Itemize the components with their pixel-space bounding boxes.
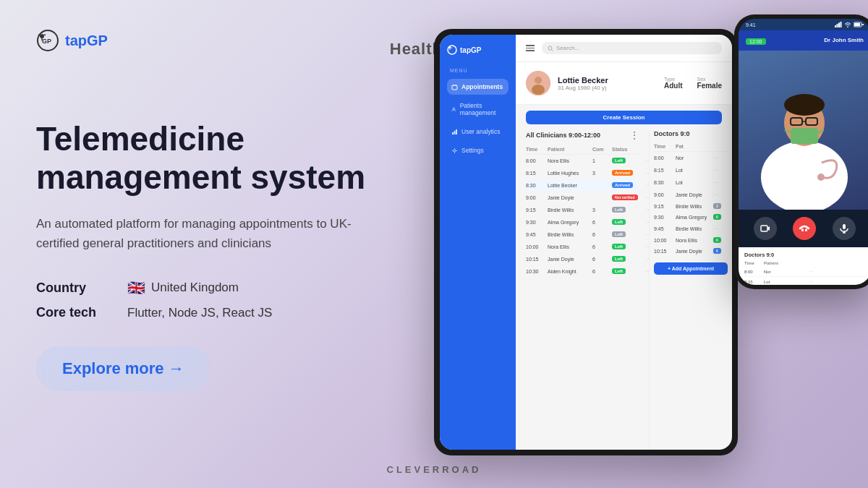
doctors-row: 9:30Alma Gregory6 [654,212,728,223]
right-panel: tapGP MENU Appointments Patients managem… [420,0,868,488]
patient-dob: 31 Aug 1980 (40 y) [558,85,657,91]
svg-rect-17 [452,132,454,134]
svg-rect-39 [791,128,818,144]
phone-screen: 9:41 12:00 Dr John Smith [739,19,868,285]
appointments-icon [451,84,458,90]
patient-meta: Type Adult Sex Female [664,77,722,90]
table-row: 8:15Lottie Hughes3Arrived··· [526,167,639,179]
page-wrapper: GP tapGP Telemedicine management system … [0,0,868,488]
menu-label: MENU [447,68,509,73]
doctor-illustration [739,51,868,210]
wifi-icon [844,22,851,27]
svg-point-20 [454,150,456,152]
app-sidebar: tapGP MENU Appointments Patients managem… [440,35,516,450]
app-logo-icon [447,45,457,55]
add-appointment-button[interactable]: + Add Appointment [654,262,728,275]
doctors-row: 10:00Nora Ellis6 [654,235,728,246]
table-row: 9:45Birdie Willis6Left··· [526,228,639,241]
phone-controls [739,210,868,247]
doctors-title: Doctors 9:0 [654,130,690,137]
video-area [739,51,868,210]
settings-label: Settings [461,147,484,154]
phone-call-header: 12:00 Dr John Smith [739,30,868,51]
patient-avatar-img [526,71,550,95]
signal-icon [835,22,842,27]
mute-button[interactable] [833,217,856,240]
table-row: 9:30Alma Gregory6Left··· [526,216,639,228]
sidebar-item-appointments[interactable]: Appointments [447,79,509,95]
table-row: 9:00Janie DoyleNot verified··· [526,192,639,204]
patient-type: Type Adult [664,77,683,90]
svg-point-42 [817,174,825,181]
col-com: Com [592,147,610,152]
logo-area: GP tapGP [36,29,383,52]
svg-point-33 [761,141,848,210]
table-header: Time Patient Com Status [526,145,639,155]
search-placeholder: Search... [556,45,579,51]
phone-status-bar: 9:41 [739,19,868,30]
app-topbar: Search... [516,35,732,62]
logo-text: tapGP [65,33,108,49]
phone-table-row: 8:15Lot··· [744,277,865,285]
tech-value: Flutter, Node JS, React JS [127,306,272,320]
doctors-row: 8:00Nor··· [654,152,728,164]
doctor-name: Dr John Smith [824,37,864,43]
explore-more-button[interactable]: Explore more → [36,346,210,391]
svg-rect-28 [838,23,840,28]
search-bar[interactable]: Search... [542,42,722,54]
hamburger-icon[interactable] [526,45,535,51]
col-status: Status [612,147,644,152]
sex-label: Sex [697,77,722,82]
tapgp-logo-icon: GP [36,29,59,52]
tablet-mockup: tapGP MENU Appointments Patients managem… [434,29,738,455]
camera-toggle-button[interactable] [754,217,777,240]
svg-rect-18 [454,131,456,134]
country-label: Country [36,281,116,296]
sidebar-item-analytics[interactable]: User analytics [447,124,509,140]
tech-label: Core tech [36,305,116,320]
doctors-row: 8:15Lot··· [654,164,728,176]
patient-details: Lottie Becker 31 Aug 1980 (40 y) [558,76,657,91]
patient-avatar [526,71,550,95]
appointments-label: Appointments [461,83,503,90]
svg-point-24 [535,77,542,84]
mic-icon [839,223,849,234]
clinicians-table: All Clinicians 9:00-12:00 ⋮ Time Patient… [516,130,649,450]
svg-line-6 [44,35,46,35]
footer-label: CLEVERROAD [386,464,481,475]
doctors-section-header: Doctors 9:0 [654,130,728,137]
svg-rect-19 [456,129,457,134]
patient-name: Lottie Becker [558,76,657,85]
call-info: 12:00 [746,33,766,46]
svg-point-25 [532,85,545,95]
more-options-icon[interactable]: ⋮ [630,130,639,140]
svg-rect-31 [854,23,860,26]
svg-rect-44 [843,224,846,229]
sidebar-item-settings[interactable]: Settings [447,142,509,158]
sidebar-item-patients[interactable]: Patients management [447,98,509,121]
svg-text:GP: GP [42,38,51,45]
type-value: Adult [664,82,683,90]
table-row: 10:15Janie Doyle6Left··· [526,253,639,265]
svg-rect-27 [837,24,838,27]
svg-rect-32 [862,24,864,25]
end-call-button[interactable] [793,217,816,240]
tablet-screen: tapGP MENU Appointments Patients managem… [440,35,732,450]
svg-line-5 [38,35,40,35]
search-icon [548,46,553,51]
doctors-row: 9:00Janie Doyle··· [654,189,728,201]
app-logo: tapGP [447,45,509,55]
left-panel: GP tapGP Telemedicine management system … [0,0,420,488]
doctors-row: 8:30Lot··· [654,176,728,189]
uk-flag-icon: 🇬🇧 [127,279,145,296]
col-patient: Patient [548,147,591,152]
phone-table-title: Doctors 9:0 [744,252,865,258]
create-session-button[interactable]: Create Session [526,111,722,124]
meta-info: Country 🇬🇧 United Kingdom Core tech Flut… [36,279,383,320]
svg-rect-29 [841,22,842,27]
table-row-selected: 8:30Lottie BeckerArrived··· [526,179,639,192]
patients-icon [451,106,456,113]
analytics-icon [451,129,458,135]
doctors-table-header: TimePat [654,142,728,152]
country-value: 🇬🇧 United Kingdom [127,279,239,296]
